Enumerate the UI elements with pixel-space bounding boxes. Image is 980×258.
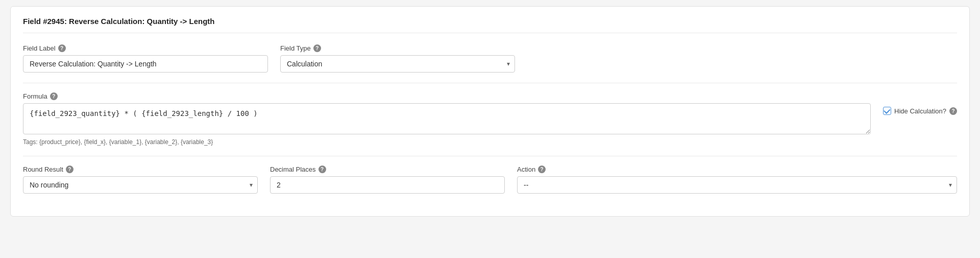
formula-input[interactable]: {field_2923_quantity} * ( {field_2923_le… (23, 103, 871, 134)
formula-label: Formula ? (23, 92, 871, 100)
divider-1 (23, 83, 957, 83)
round-result-label: Round Result ? (23, 166, 258, 173)
field-type-select-wrapper: Calculation Text Number Date ▾ (280, 55, 515, 73)
field-label-label: Field Label ? (23, 44, 268, 52)
action-select-wrapper: -- Add Subtract Multiply Divide ▾ (517, 176, 957, 194)
field-type-label: Field Type ? (280, 44, 515, 52)
decimal-places-group: Decimal Places ? (270, 166, 505, 194)
decimal-places-input[interactable] (270, 176, 505, 194)
hide-calculation-checkbox[interactable] (883, 107, 891, 115)
formula-left: Formula ? {field_2923_quantity} * ( {fie… (23, 92, 871, 146)
round-result-select-wrapper: No rounding Round up Round down Round ha… (23, 176, 258, 194)
field-label-help-icon[interactable]: ? (58, 44, 66, 52)
field-label-type-row: Field Label ? Field Type ? Calculation T… (23, 44, 957, 73)
field-type-help-icon[interactable]: ? (313, 44, 321, 52)
formula-group: Formula ? {field_2923_quantity} * ( {fie… (23, 92, 871, 146)
field-card: Field #2945: Reverse Calculation: Quanti… (10, 6, 970, 217)
field-label-group: Field Label ? (23, 44, 268, 73)
divider-2 (23, 156, 957, 156)
formula-tags: Tags: {product_price}, {field_x}, {varia… (23, 138, 871, 146)
hide-calculation-label[interactable]: Hide Calculation? ? (883, 107, 957, 115)
page-title: Field #2945: Reverse Calculation: Quanti… (23, 17, 957, 33)
row-formula: Formula ? {field_2923_quantity} * ( {fie… (23, 92, 957, 146)
field-type-select[interactable]: Calculation Text Number Date (280, 55, 515, 73)
formula-right: Hide Calculation? ? (883, 92, 957, 115)
action-help-icon[interactable]: ? (538, 166, 546, 173)
row-round-decimal-action: Round Result ? No rounding Round up Roun… (23, 166, 957, 194)
hide-calculation-help-icon[interactable]: ? (949, 107, 957, 115)
round-result-group: Round Result ? No rounding Round up Roun… (23, 166, 258, 194)
formula-help-icon[interactable]: ? (50, 92, 58, 100)
field-type-group: Field Type ? Calculation Text Number Dat… (280, 44, 515, 73)
action-select[interactable]: -- Add Subtract Multiply Divide (517, 176, 957, 194)
round-result-help-icon[interactable]: ? (66, 166, 74, 173)
formula-wrapper: Formula ? {field_2923_quantity} * ( {fie… (23, 92, 957, 146)
round-result-select[interactable]: No rounding Round up Round down Round ha… (23, 176, 258, 194)
action-group: Action ? -- Add Subtract Multiply Divide… (517, 166, 957, 194)
round-decimal-action-row: Round Result ? No rounding Round up Roun… (23, 166, 957, 194)
row-field-label-type: Field Label ? Field Type ? Calculation T… (23, 44, 957, 73)
field-label-input[interactable] (23, 55, 268, 73)
decimal-places-help-icon[interactable]: ? (318, 166, 326, 173)
action-label: Action ? (517, 166, 957, 173)
decimal-places-label: Decimal Places ? (270, 166, 505, 173)
